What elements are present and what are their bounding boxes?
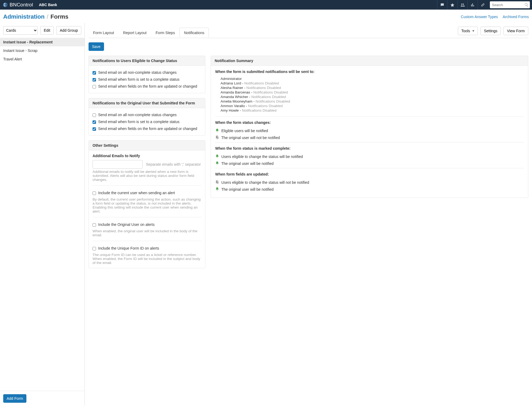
summary-fields-heading: When form fields are updated: bbox=[215, 172, 524, 176]
sidebar-item[interactable]: Instant Issue - Scrap bbox=[0, 46, 85, 55]
summary-user-item: Administrator bbox=[221, 76, 524, 81]
link-archived-forms[interactable]: Archived Forms bbox=[503, 15, 529, 19]
sidebar: Cards Edit Add Group Instant Issue - Rep… bbox=[0, 23, 85, 406]
content: Form Layout Report Layout Form Steps Not… bbox=[85, 23, 532, 406]
chk-orig-noncomplete-label: Send email on all non-complete status ch… bbox=[98, 113, 177, 117]
notification-summary-title: Notification Summary bbox=[211, 56, 528, 66]
users-icon bbox=[460, 3, 465, 7]
bell-on-icon bbox=[215, 187, 219, 192]
star-icon bbox=[450, 3, 455, 7]
chk-orig-complete[interactable] bbox=[93, 120, 96, 124]
tab-form-steps[interactable]: Form Steps bbox=[151, 28, 179, 38]
summary-complete-line2: The original user will be notified bbox=[221, 161, 274, 166]
chk-include-original-user[interactable] bbox=[93, 223, 96, 227]
bell-off-icon bbox=[215, 135, 219, 140]
chk-include-current-user[interactable] bbox=[93, 192, 96, 195]
chk-eligible-complete-label: Send email when form is set to a complet… bbox=[98, 77, 179, 82]
panel-original-user: Notifications to the Original User that … bbox=[89, 98, 205, 136]
nav-favorites-button[interactable] bbox=[447, 0, 457, 10]
panel-original-user-title: Notifications to the Original User that … bbox=[89, 98, 205, 108]
chk-orig-field-change-label: Send email when fields on the form are u… bbox=[98, 127, 197, 131]
nav-reports-button[interactable] bbox=[467, 0, 478, 10]
link-custom-answer-types[interactable]: Custom Answer Types bbox=[461, 15, 498, 19]
breadcrumb-separator: / bbox=[47, 13, 48, 20]
breadcrumb-current: Forms bbox=[50, 13, 68, 20]
panel-notification-summary: Notification Summary When the form is su… bbox=[211, 56, 528, 198]
summary-status-line1: Eligible users will be notified bbox=[221, 129, 268, 133]
brand-name: BNControl bbox=[10, 2, 33, 8]
page-header: Administration / Forms Custom Answer Typ… bbox=[0, 10, 532, 23]
search-input[interactable] bbox=[490, 3, 530, 7]
view-form-button[interactable]: View Form bbox=[503, 27, 528, 35]
settings-button[interactable]: Settings bbox=[481, 27, 501, 35]
brand-logo-icon bbox=[3, 2, 8, 7]
sidebar-add-group-button[interactable]: Add Group bbox=[56, 26, 81, 35]
additional-emails-input[interactable] bbox=[93, 160, 143, 169]
chat-icon bbox=[440, 3, 445, 7]
tools-dropdown[interactable]: Tools bbox=[458, 27, 478, 35]
summary-status-heading: When the form status changes: bbox=[215, 120, 524, 125]
chk-eligible-complete[interactable] bbox=[93, 78, 96, 82]
panel-eligible-users: Notifications to Users Eligible to Chang… bbox=[89, 56, 205, 93]
tab-form-layout[interactable]: Form Layout bbox=[89, 28, 119, 38]
chk-include-form-id[interactable] bbox=[93, 247, 96, 250]
brand[interactable]: BNControl bbox=[3, 2, 33, 8]
chk-orig-field-change[interactable] bbox=[93, 127, 96, 131]
global-search bbox=[490, 1, 530, 8]
bell-off-icon bbox=[215, 180, 219, 185]
summary-user-item: Ammon Varallo - Notifications Disabled bbox=[221, 104, 524, 108]
save-button[interactable]: Save bbox=[89, 42, 104, 51]
include-form-id-help: The unique Form ID can be used as a tick… bbox=[93, 253, 201, 265]
summary-fields-line1: Users eligible to change the status will… bbox=[221, 180, 309, 185]
include-current-user-help: By default, the current user performing … bbox=[93, 197, 201, 213]
chk-eligible-noncomplete[interactable] bbox=[93, 71, 96, 75]
nav-links-button[interactable] bbox=[478, 0, 488, 10]
chk-include-original-user-label: Include the Original User on alerts bbox=[98, 222, 155, 227]
panel-other-settings: Other Settings Additional Emails to Noti… bbox=[89, 140, 205, 268]
tab-row: Form Layout Report Layout Form Steps Not… bbox=[89, 23, 528, 38]
chk-include-form-id-label: Include the Unique Form ID on alerts bbox=[98, 246, 159, 250]
chk-eligible-noncomplete-label: Send email on all non-complete status ch… bbox=[98, 70, 177, 75]
add-form-button[interactable]: Add Form bbox=[3, 394, 26, 403]
top-navbar: BNControl ABC Bank bbox=[0, 0, 532, 10]
additional-emails-label: Additional Emails to Notify bbox=[93, 154, 201, 158]
chk-orig-noncomplete[interactable] bbox=[93, 113, 96, 117]
summary-complete-heading: When the form status is marked complete: bbox=[215, 146, 524, 150]
tab-notifications[interactable]: Notifications bbox=[179, 28, 209, 38]
chevron-down-icon bbox=[472, 30, 474, 32]
chk-eligible-field-change[interactable] bbox=[93, 85, 96, 88]
chart-icon bbox=[470, 3, 475, 7]
summary-user-item: Amelia Mooneyham - Notifications Disable… bbox=[221, 99, 524, 104]
panel-other-settings-title: Other Settings bbox=[89, 141, 205, 150]
summary-user-item: Adriana Lord - Notifications Disabled bbox=[221, 81, 524, 86]
chk-include-current-user-label: Include the current user when sending an… bbox=[98, 191, 175, 195]
sidebar-view-select[interactable]: Cards bbox=[3, 26, 38, 35]
bell-on-icon bbox=[215, 154, 219, 159]
nav-chat-button[interactable] bbox=[437, 0, 447, 10]
summary-user-item: Amy Howle - Notifications Disabled bbox=[221, 108, 524, 113]
additional-emails-help: Additional emails to notify will be aler… bbox=[93, 170, 201, 182]
summary-status-line2: The original user will not be notified bbox=[221, 136, 280, 140]
link-icon bbox=[481, 3, 485, 7]
summary-sent-to-heading: When the form is submitted notifications… bbox=[215, 70, 524, 74]
chk-orig-complete-label: Send email when form is set to a complet… bbox=[98, 120, 179, 124]
sidebar-edit-button[interactable]: Edit bbox=[40, 26, 54, 35]
summary-user-item: Amanda Barcenas - Notifications Disabled bbox=[221, 90, 524, 95]
include-original-user-help: When enabled, the original user will be … bbox=[93, 229, 201, 237]
bell-on-icon bbox=[215, 161, 219, 166]
summary-user-item: Amanda Whicher - Notifications Disabled bbox=[221, 95, 524, 99]
breadcrumb-administration[interactable]: Administration bbox=[3, 13, 45, 20]
bank-name: ABC Bank bbox=[39, 3, 57, 7]
chk-eligible-field-change-label: Send email when fields on the form are u… bbox=[98, 84, 197, 88]
tools-label: Tools bbox=[461, 29, 470, 33]
summary-user-item: Alesha Rainer - Notifications Disabled bbox=[221, 86, 524, 90]
summary-complete-line1: Users eligible to change the status will… bbox=[221, 154, 303, 159]
search-icon bbox=[524, 3, 529, 7]
bell-on-icon bbox=[215, 128, 219, 133]
sidebar-item[interactable]: Travel Alert bbox=[0, 55, 85, 63]
nav-users-button[interactable] bbox=[457, 0, 467, 10]
summary-user-list: AdministratorAdriana Lord - Notification… bbox=[221, 76, 524, 113]
tab-report-layout[interactable]: Report Layout bbox=[119, 28, 151, 38]
summary-fields-line2: The original user will be notified bbox=[221, 187, 274, 192]
sidebar-item[interactable]: Instant Issue - Replacement bbox=[0, 38, 85, 46]
